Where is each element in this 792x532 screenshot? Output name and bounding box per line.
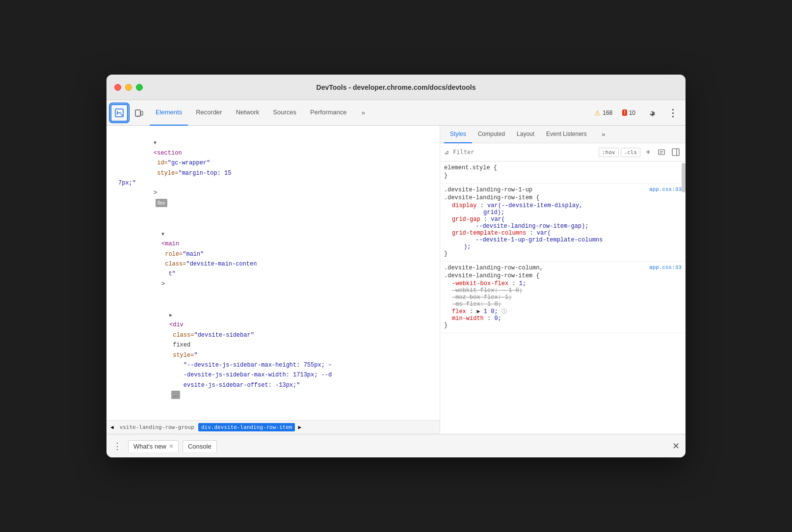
main-toolbar: Elements Recorder Network Sources Perfor…: [106, 100, 686, 126]
tab-recorder[interactable]: Recorder: [190, 100, 228, 126]
device-toolbar-button[interactable]: [130, 104, 148, 122]
html-line[interactable]: ▼ <section id="gc-wrapper" style="margin…: [106, 128, 440, 219]
style-selector-1: .devsite-landing-row-1-up app.css:33: [444, 186, 682, 193]
prop-gray2: -ms-flex: 1 0;: [452, 301, 502, 308]
filter-icon: ⊿: [444, 149, 449, 156]
expand-arrow[interactable]: ▼: [161, 230, 167, 239]
svg-point-6: [137, 115, 138, 116]
colon: :: [529, 230, 536, 237]
style-property-grid-template2: --devsite-1-up-grid-template-columns: [444, 237, 682, 243]
scrollbar[interactable]: [682, 143, 686, 434]
file-link-1[interactable]: app.css:33: [649, 186, 682, 192]
styles-content: element.style { } .devsite-landing-row-1…: [440, 161, 686, 434]
minimize-button[interactable]: [125, 84, 132, 91]
drawer-close-button[interactable]: ✕: [670, 439, 682, 453]
filter-cls-button[interactable]: .cls: [621, 148, 641, 157]
breadcrumb-item-2[interactable]: div.devsite-landing-row-item: [198, 423, 295, 431]
error-badge: ! 10: [619, 108, 638, 117]
style-property-webkit-flex: -webkit-flex: → 1 0;: [444, 287, 682, 294]
style-property-min-width: min-width : 0;: [444, 315, 682, 322]
style-property-grid-template3: );: [444, 243, 682, 250]
style-property-flex: flex : ▶ 1 0; ⓘ: [444, 308, 682, 315]
more-options-button[interactable]: ⋮: [664, 104, 682, 122]
expand-arrow[interactable]: ▼: [154, 139, 159, 147]
style-property-grid-gap: grid-gap : var(: [444, 216, 682, 223]
more-styles-tabs[interactable]: »: [595, 126, 612, 143]
sel3: .devsite-landing-row-column,: [444, 265, 543, 271]
tab-computed[interactable]: Computed: [472, 126, 511, 143]
tab-layout[interactable]: Layout: [511, 126, 540, 143]
flex-info-icon: ⓘ: [502, 309, 507, 315]
styles-filter: ⊿ :hov .cls +: [440, 143, 686, 161]
attr: role=: [161, 251, 183, 258]
style-close: }: [444, 172, 682, 179]
file-link-2[interactable]: app.css:33: [649, 265, 682, 270]
tag: <div: [169, 321, 184, 328]
style-selector-3: .devsite-landing-row-column, app.css:33: [444, 265, 682, 271]
prop-val: var(: [537, 230, 551, 237]
flex-badge: flex: [156, 199, 167, 207]
html-line[interactable]: ▶ <div class="devsite-sidebar" fixed sty…: [106, 300, 440, 411]
html-tree: ▼ <section id="gc-wrapper" style="margin…: [106, 126, 440, 420]
prop-val: var(: [491, 216, 505, 223]
filter-input[interactable]: [453, 149, 595, 156]
tab-performance[interactable]: Performance: [304, 100, 352, 126]
more-tabs-button[interactable]: »: [354, 104, 372, 122]
style-property-ms-flex: -ms-flex: 1 0;: [444, 301, 682, 308]
svg-rect-5: [141, 111, 143, 115]
html-line[interactable]: </div>: [106, 411, 440, 420]
colon: :: [480, 202, 487, 209]
main-content: ▼ <section id="gc-wrapper" style="margin…: [106, 126, 686, 434]
colon: :: [484, 216, 491, 223]
style-close3: }: [444, 322, 682, 329]
warning-icon: ⚠: [594, 109, 601, 117]
console-tab[interactable]: Console: [183, 440, 217, 452]
new-style-rule-button[interactable]: [656, 146, 668, 158]
style-property-webkit-box-flex: -webkit-box-flex : 1;: [444, 280, 682, 287]
whats-new-close-button[interactable]: ×: [169, 443, 173, 450]
tab-sources[interactable]: Sources: [267, 100, 302, 126]
breadcrumb-nav-back[interactable]: ◀: [108, 423, 116, 431]
close-button[interactable]: [114, 84, 121, 91]
scrollbar-thumb[interactable]: [682, 163, 686, 192]
tab-elements[interactable]: Elements: [150, 100, 188, 126]
prop-name: -webkit-box-flex: [452, 280, 508, 287]
prop-gray: -moz-box-flex: 1;: [452, 294, 512, 301]
attr2: style=: [154, 170, 178, 177]
maximize-button[interactable]: [136, 84, 143, 91]
style-rule-2: .devsite-landing-row-column, app.css:33 …: [440, 262, 686, 333]
ellipsis-badge: …: [171, 391, 180, 399]
close-bracket: >: [161, 281, 165, 288]
drawer-menu-button[interactable]: ⋮: [110, 439, 124, 453]
toolbar-right: ⚠ 168 ! 10 ⋮: [591, 104, 682, 122]
prop-val: 1 0;: [484, 308, 498, 315]
tab-network[interactable]: Network: [230, 100, 265, 126]
warning-badge: ⚠ 168: [591, 108, 615, 118]
console-label: Console: [188, 443, 211, 450]
prop-val3: );: [464, 243, 471, 250]
close-brace2: }: [444, 250, 448, 257]
colon: :: [487, 315, 494, 322]
add-style-rule-button[interactable]: +: [642, 146, 654, 158]
close-bracket: >: [154, 189, 157, 196]
style-property-grid-gap2: --devsite-landing-row-item-gap);: [444, 223, 682, 230]
elements-panel: ▼ <section id="gc-wrapper" style="margin…: [106, 126, 440, 434]
attr2: style=: [169, 352, 194, 359]
svg-marker-3: [120, 113, 123, 117]
toggle-sidebar-button[interactable]: [670, 146, 682, 158]
expand-arrow[interactable]: ▶: [169, 311, 175, 319]
val: "main": [183, 251, 204, 258]
html-line[interactable]: ▼ <main role="main" class="devsite-main-…: [106, 219, 440, 300]
settings-button[interactable]: [642, 104, 660, 122]
whats-new-tab[interactable]: What's new ×: [128, 440, 179, 452]
filter-hov-button[interactable]: :hov: [599, 148, 619, 157]
breadcrumb-item-1[interactable]: vsite-landing-row-group: [117, 423, 197, 431]
tab-event-listeners[interactable]: Event Listeners: [540, 126, 593, 143]
tab-styles[interactable]: Styles: [444, 126, 472, 143]
tag: <main: [161, 240, 179, 247]
flex-expand[interactable]: ▶: [476, 308, 480, 315]
breadcrumb-nav-forward[interactable]: ▶: [296, 423, 303, 431]
style-property-moz-box-flex: -moz-box-flex: 1;: [444, 294, 682, 301]
attr: id=: [154, 160, 168, 166]
inspect-element-button[interactable]: [110, 104, 128, 122]
